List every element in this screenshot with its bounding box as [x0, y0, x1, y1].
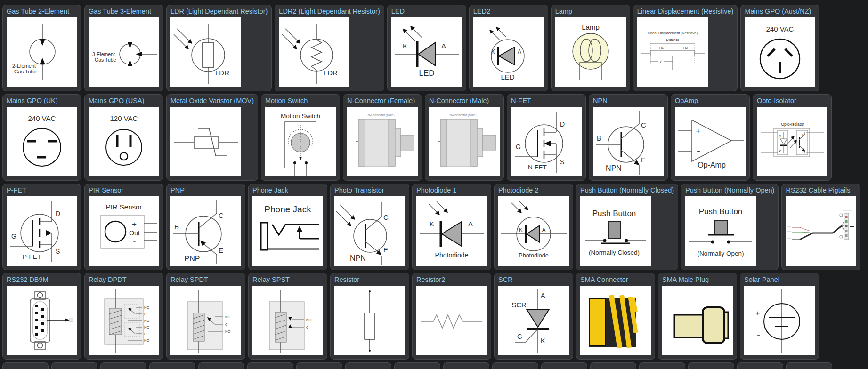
partial-card[interactable] [492, 362, 538, 369]
part-push-button-no[interactable]: Push Button (Normally Open) Push Button … [681, 184, 779, 270]
part-relay-dpdt[interactable]: Relay DPDT NC [84, 273, 163, 360]
symbol-caption: Phone Jack [264, 204, 311, 214]
symbol-caption: Photodiode [519, 252, 548, 259]
photo-transistor-symbol-icon: C E NPN [334, 196, 405, 266]
plus-input-label: + [696, 126, 701, 136]
part-label: LDR (Light Dependant Resistor) [170, 7, 268, 16]
voltage-label: 240 VAC [766, 25, 794, 33]
part-mov[interactable]: Metal Oxide Varistor (MOV) [166, 94, 258, 181]
palette-row-1: Gas Tube 2-Element 2-Element Gas Tube Ga… [2, 5, 868, 91]
part-pir-sensor[interactable]: PIR Sensor PIR Sensor + Out - [84, 184, 163, 270]
c-label: C [144, 312, 147, 316]
part-photodiode-1[interactable]: Photodiode 1 K A Photodiode [412, 184, 491, 270]
part-ldr2[interactable]: LDR2 (Light Dependant Resistor) LDR [275, 5, 384, 91]
part-mains-gpo-uk[interactable]: Mains GPO (UK) 240 VAC [2, 94, 81, 181]
part-opamp[interactable]: OpAmp + - Op-Amp [671, 94, 750, 181]
part-resistor[interactable]: Resistor [330, 273, 409, 360]
symbol-caption: NPN [606, 164, 622, 172]
part-opto-isolator[interactable]: Opto-Isolator Opto-Isolator A K [753, 94, 832, 181]
opto-isolator-symbol-icon: Opto-Isolator A K [757, 107, 827, 176]
part-ldr[interactable]: LDR (Light Dependant Resistor) LDR [166, 5, 272, 91]
part-mains-gpo-usa[interactable]: Mains GPO (USA) 120 VAC [84, 94, 163, 181]
part-phone-jack[interactable]: Phone Jack Phone Jack [248, 184, 327, 270]
cathode-label: K [779, 150, 781, 153]
partial-card[interactable] [296, 362, 342, 369]
part-solar-panel[interactable]: Solar Panel + - [740, 273, 819, 360]
r2-label: R2 [683, 46, 688, 49]
anode-label: A [541, 292, 545, 299]
ldr-symbol-icon: LDR [170, 17, 241, 87]
partial-card[interactable] [688, 362, 734, 369]
gate-label: G [516, 143, 521, 151]
part-label: Photodiode 1 [416, 186, 487, 194]
part-scr[interactable]: SCR SCR A K G [494, 273, 573, 360]
part-label: PNP [170, 186, 241, 194]
partial-card[interactable] [443, 362, 489, 369]
gas-tube-3-element-symbol-icon: 3-Element Gas Tube [89, 17, 159, 87]
symbol-caption: LDR [215, 69, 229, 77]
partial-card[interactable] [541, 362, 587, 369]
part-label: NPN [593, 96, 664, 105]
part-n-connector-female[interactable]: N-Connector (Female) N-Connector (Male) [343, 94, 422, 181]
partial-card[interactable] [2, 362, 49, 369]
relay-spst-symbol-icon: NO C [252, 286, 323, 355]
part-led2[interactable]: LED2 K A LED [469, 5, 548, 91]
part-label: Resistor2 [416, 275, 487, 284]
part-label: Gas Tube 2-Element [7, 7, 77, 16]
part-label: Mains GPO (UK) [7, 96, 77, 105]
symbol-caption: Push Button [699, 207, 743, 216]
part-label: RS232 DB9M [7, 275, 77, 284]
part-label: Push Button (Normally Closed) [580, 186, 674, 194]
part-motion-switch[interactable]: Motion Switch Motion Switch [261, 94, 340, 181]
cathode-label: K [491, 48, 495, 55]
part-rs232-cable-pigtails[interactable]: RS232 Cable Pigtails [781, 184, 860, 270]
part-pnp[interactable]: PNP B C E PNP [166, 184, 245, 270]
part-lamp[interactable]: Lamp Lamp [551, 5, 630, 91]
partial-card[interactable] [149, 362, 195, 369]
part-sma-male-plug[interactable]: SMA Male Plug [658, 273, 737, 360]
photodiode-2-symbol-icon: K A Photodiode [498, 196, 569, 266]
partial-card[interactable] [345, 362, 391, 369]
partial-card[interactable] [590, 362, 636, 369]
part-resistor2[interactable]: Resistor2 [412, 273, 491, 360]
part-gas-tube-2-element[interactable]: Gas Tube 2-Element 2-Element Gas Tube [2, 5, 81, 91]
no-label: NO [144, 338, 149, 343]
partial-card[interactable] [786, 362, 832, 369]
part-label: SMA Connector [580, 275, 651, 284]
component-palette: Gas Tube 2-Element 2-Element Gas Tube Ga… [0, 0, 868, 369]
part-mains-gpo-aust-nz[interactable]: Mains GPO (Aust/NZ) 240 VAC [740, 5, 819, 91]
collector-label: C [219, 211, 224, 219]
part-linear-displacement[interactable]: Linear Displacement (Resistive) Linear D… [633, 5, 738, 91]
part-label: Relay SPST [252, 275, 323, 284]
part-gas-tube-3-element[interactable]: Gas Tube 3-Element 3-Element Gas Tube [84, 5, 163, 91]
partial-card[interactable] [737, 362, 783, 369]
cathode-label: K [541, 337, 545, 345]
partial-card[interactable] [100, 362, 146, 369]
part-n-connector-male[interactable]: N-Connector (Male) N-Connector (Male) [425, 94, 504, 181]
part-label: SMA Male Plug [662, 275, 733, 284]
part-label: LDR2 (Light Dependant Resistor) [279, 7, 380, 16]
partial-card[interactable] [394, 362, 440, 369]
partial-card[interactable] [198, 362, 244, 369]
part-led[interactable]: LED K A LED [387, 5, 466, 91]
part-photo-transistor[interactable]: Photo Transistor C E NPN [330, 184, 409, 270]
part-label: P-FET [7, 186, 77, 194]
symbol-caption: SCR [511, 301, 527, 309]
part-label: Gas Tube 3-Element [89, 7, 159, 16]
partial-card[interactable] [51, 362, 97, 369]
source-label: S [56, 248, 60, 255]
part-label: Relay SPDT [170, 275, 241, 284]
part-p-fet[interactable]: P-FET D G S [2, 184, 81, 270]
partial-card[interactable] [639, 362, 685, 369]
partial-card[interactable] [247, 362, 293, 369]
symbol-caption: Gas Tube [95, 57, 116, 63]
part-push-button-nc[interactable]: Push Button (Normally Closed) Push Butto… [576, 184, 678, 270]
part-rs232-db9m[interactable]: RS232 DB9M [2, 273, 81, 360]
part-relay-spdt[interactable]: Relay SPDT NC C NO [166, 273, 245, 360]
part-photodiode-2[interactable]: Photodiode 2 K A Photodiode [494, 184, 573, 270]
part-sma-connector[interactable]: SMA Connector [576, 273, 655, 360]
part-npn[interactable]: NPN B C E NPN [589, 94, 668, 181]
part-n-fet[interactable]: N-FET D G S [507, 94, 586, 181]
plus-label: + [132, 220, 137, 229]
part-relay-spst[interactable]: Relay SPST NO C [248, 273, 327, 360]
